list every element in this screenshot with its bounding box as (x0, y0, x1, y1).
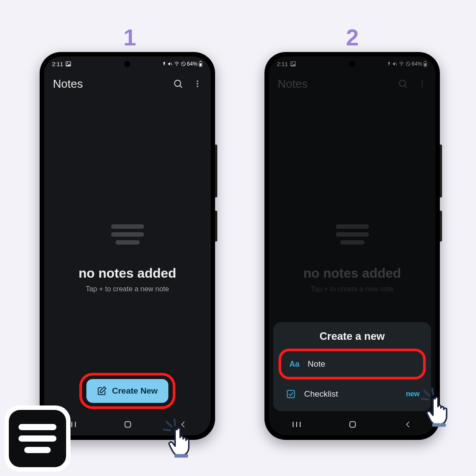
back-button[interactable] (404, 420, 412, 428)
svg-line-10 (180, 86, 182, 88)
status-time: 2:11 (52, 61, 63, 67)
no-sim-icon (181, 61, 186, 67)
svg-rect-7 (200, 63, 201, 66)
svg-point-13 (197, 86, 198, 87)
svg-line-37 (167, 422, 171, 427)
svg-line-2 (171, 63, 172, 65)
svg-line-43 (421, 399, 428, 400)
page-title: Notes (53, 77, 83, 91)
mute-icon (167, 61, 173, 67)
svg-point-12 (197, 83, 198, 84)
camera-notch (124, 61, 130, 67)
svg-line-5 (182, 63, 185, 65)
step-number-1: 1 (123, 24, 136, 51)
create-checklist-label: Checklist (304, 389, 338, 399)
tap-pointer-icon (163, 419, 200, 458)
create-note-option[interactable]: Aa Note (282, 352, 422, 376)
svg-point-3 (176, 65, 177, 66)
step-number-2: 2 (346, 24, 359, 51)
notes-empty-icon (111, 221, 144, 248)
screen-2: 2:11 64% Notes no notes added Tap + to (269, 56, 435, 435)
svg-point-9 (175, 80, 181, 86)
search-icon[interactable] (173, 78, 183, 89)
sheet-title: Create a new (279, 330, 426, 342)
image-icon (65, 61, 71, 67)
checkbox-icon (285, 389, 297, 399)
text-aa-icon: Aa (288, 360, 301, 369)
svg-line-41 (424, 391, 429, 396)
tap-pointer-icon (421, 388, 458, 428)
svg-line-39 (164, 430, 170, 431)
create-new-label: Create New (112, 386, 158, 396)
svg-rect-40 (175, 454, 188, 457)
tutorial-highlight: Create New (79, 373, 175, 409)
empty-subtext: Tap + to create a new note (86, 285, 169, 293)
svg-rect-44 (432, 423, 446, 427)
compose-icon (97, 386, 107, 396)
home-button[interactable] (123, 420, 133, 429)
create-note-label: Note (308, 359, 325, 369)
status-battery: 64% (187, 61, 197, 67)
svg-point-1 (67, 63, 68, 63)
create-checklist-option[interactable]: Checklist new (279, 382, 426, 406)
app-bar: Notes (44, 71, 211, 96)
screen-1: 2:11 64% Notes no notes added Tap + to (44, 56, 211, 435)
fab-area: Create New (44, 373, 211, 409)
svg-line-42 (432, 388, 433, 394)
more-icon[interactable] (193, 78, 202, 89)
svg-line-38 (175, 419, 175, 425)
create-new-button[interactable]: Create New (86, 379, 168, 403)
android-navbar (269, 413, 435, 435)
phone-frame-1: 2:11 64% Notes no notes added Tap + to (40, 52, 215, 440)
battery-level-icon (198, 61, 203, 67)
notes-app-logo (9, 410, 66, 467)
new-badge: new (406, 390, 420, 398)
svg-rect-17 (125, 422, 131, 428)
create-sheet: Create a new Aa Note Checklist new (273, 322, 431, 411)
battery-icon (162, 61, 167, 67)
svg-rect-32 (287, 390, 295, 398)
phone-frame-2: 2:11 64% Notes no notes added Tap + to (264, 52, 440, 440)
tutorial-highlight: Aa Note (279, 349, 426, 379)
recents-button[interactable] (292, 421, 301, 428)
svg-point-11 (197, 81, 198, 82)
wifi-icon (174, 61, 180, 67)
svg-rect-8 (200, 61, 201, 61)
svg-rect-36 (350, 422, 356, 428)
home-button[interactable] (348, 420, 357, 429)
app-icon (4, 405, 71, 472)
empty-headline: no notes added (78, 266, 176, 281)
